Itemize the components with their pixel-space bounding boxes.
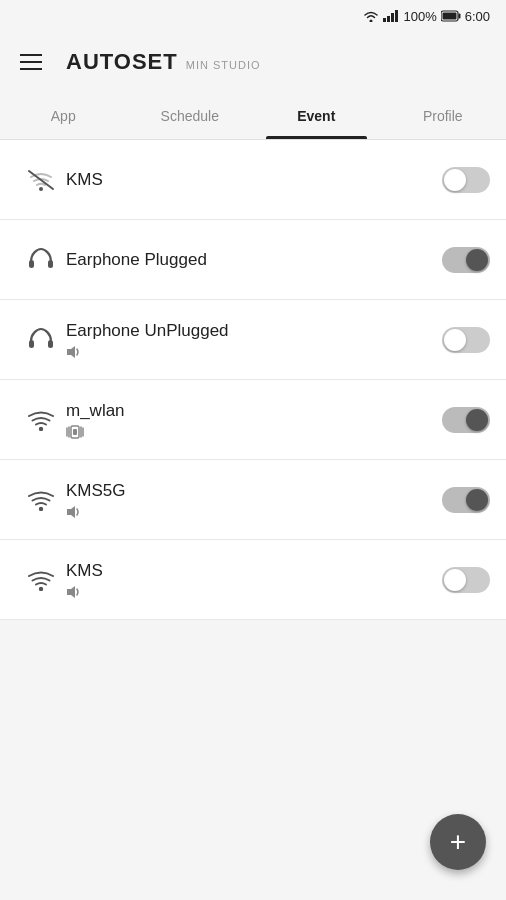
headphone-icon <box>16 247 66 273</box>
list-item: Earphone UnPlugged <box>0 300 506 380</box>
tab-event[interactable]: Event <box>253 92 380 139</box>
toggle-kms-last[interactable] <box>442 567 490 593</box>
add-button[interactable]: + <box>430 814 486 870</box>
svg-rect-12 <box>48 340 53 348</box>
add-icon: + <box>450 828 466 856</box>
svg-rect-5 <box>458 14 460 19</box>
item-title: Earphone UnPlugged <box>66 321 410 341</box>
app-subtitle: MIN STUDIO <box>186 59 261 71</box>
svg-rect-16 <box>73 429 77 435</box>
tab-app[interactable]: App <box>0 92 127 139</box>
item-title: m_wlan <box>66 401 410 421</box>
app-header: AUTOSET MIN STUDIO <box>0 32 506 92</box>
item-title: Earphone Plugged <box>66 250 410 270</box>
toggle-kms[interactable] <box>442 167 490 193</box>
event-list: KMS Earphone Plugged <box>0 140 506 620</box>
tab-schedule[interactable]: Schedule <box>127 92 254 139</box>
tab-bar: App Schedule Event Profile <box>0 92 506 140</box>
toggle-earphone-plugged[interactable] <box>442 247 490 273</box>
svg-point-21 <box>39 506 43 510</box>
volume-icon <box>66 345 82 359</box>
list-item: KMS <box>0 540 506 620</box>
svg-rect-9 <box>29 260 34 268</box>
toggle-m-wlan[interactable] <box>442 407 490 433</box>
wifi-icon <box>16 569 66 591</box>
toggle-earphone-unplugged[interactable] <box>442 327 490 353</box>
svg-rect-6 <box>442 13 456 20</box>
item-title: KMS <box>66 561 410 581</box>
svg-marker-22 <box>67 506 75 518</box>
battery-icon <box>441 10 461 22</box>
time-text: 6:00 <box>465 9 490 24</box>
svg-marker-24 <box>67 586 75 598</box>
tab-profile[interactable]: Profile <box>380 92 507 139</box>
list-item: KMS5G <box>0 460 506 540</box>
battery-text: 100% <box>403 9 436 24</box>
svg-rect-3 <box>395 10 398 22</box>
svg-rect-1 <box>387 16 390 22</box>
svg-rect-0 <box>383 18 386 22</box>
app-title: AUTOSET <box>66 49 178 75</box>
svg-point-8 <box>39 187 43 191</box>
wifi-icon <box>16 489 66 511</box>
svg-point-23 <box>39 586 43 590</box>
volume-icon <box>66 505 82 519</box>
volume-icon <box>66 585 82 599</box>
item-title: KMS <box>66 170 410 190</box>
status-bar: 100% 6:00 <box>0 0 506 32</box>
toggle-kms5g[interactable] <box>442 487 490 513</box>
hamburger-menu-icon[interactable] <box>16 50 46 74</box>
wifi-status-icon <box>363 10 379 22</box>
svg-point-14 <box>39 426 43 430</box>
list-item: Earphone Plugged <box>0 220 506 300</box>
svg-rect-10 <box>48 260 53 268</box>
headphone-icon <box>16 327 66 353</box>
svg-rect-11 <box>29 340 34 348</box>
signal-icon <box>383 10 399 22</box>
svg-marker-13 <box>67 346 75 358</box>
svg-rect-2 <box>391 13 394 22</box>
wifi-icon <box>16 409 66 431</box>
wifi-off-icon <box>16 169 66 191</box>
list-item: KMS <box>0 140 506 220</box>
list-item: m_wlan <box>0 380 506 460</box>
item-title: KMS5G <box>66 481 410 501</box>
vibrate-icon <box>66 425 84 439</box>
